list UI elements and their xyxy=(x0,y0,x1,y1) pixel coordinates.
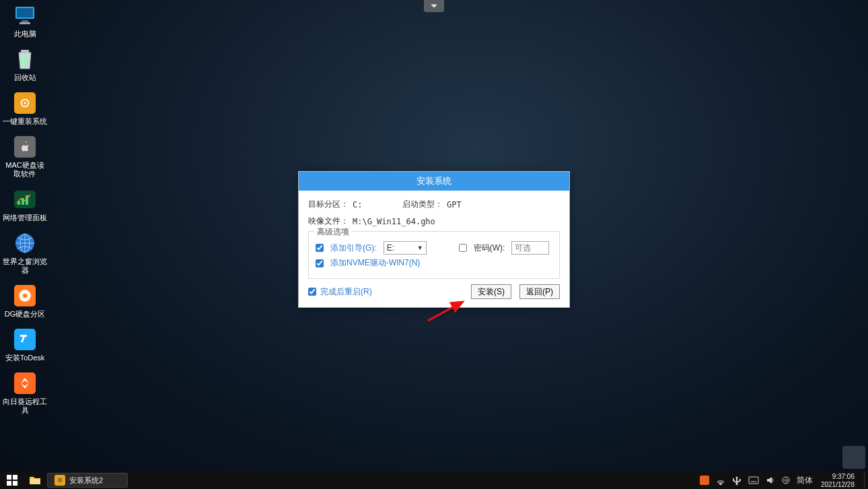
advanced-legend: 高级选项 xyxy=(314,226,352,238)
todesk-icon xyxy=(13,328,36,351)
install-system-dialog: 安装系统 目标分区： C: 启动类型： GPT 映像文件： M:\G_Win11… xyxy=(298,171,570,308)
svg-rect-6 xyxy=(24,55,26,66)
desktop-icon-label: 此电脑 xyxy=(14,30,36,38)
boot-type-value: GPT xyxy=(447,200,462,209)
this-pc-icon xyxy=(13,4,36,27)
taskbar: ⚙ 安装系统2 中 简体 9:37:06 2021/12/28 xyxy=(0,471,868,489)
apple-icon xyxy=(13,135,36,158)
install-button[interactable]: 安装(S) xyxy=(471,284,511,299)
back-button[interactable]: 返回(P) xyxy=(519,284,560,299)
show-desktop-button[interactable] xyxy=(864,471,868,489)
desktop-icon-recycle-bin[interactable]: 回收站 xyxy=(3,48,47,82)
desktop-icon-dg-partition[interactable]: DG硬盘分区 xyxy=(3,284,47,319)
svg-point-16 xyxy=(23,294,27,298)
task-app-icon: ⚙ xyxy=(55,475,65,486)
svg-point-9 xyxy=(24,102,26,104)
start-button[interactable] xyxy=(0,471,24,489)
svg-rect-24 xyxy=(749,477,758,484)
desktop-icon-one-key-install[interactable]: 一键重装系统 xyxy=(3,92,47,126)
file-explorer-button[interactable] xyxy=(24,471,46,489)
svg-point-23 xyxy=(720,484,721,485)
svg-rect-3 xyxy=(20,22,30,24)
svg-rect-18 xyxy=(7,475,11,480)
svg-rect-20 xyxy=(7,481,11,486)
windows-logo-icon xyxy=(7,475,17,486)
task-item-install-system[interactable]: ⚙ 安装系统2 xyxy=(47,473,128,488)
target-partition-label: 目标分区： xyxy=(308,199,349,210)
desktop-icon-label: 安装ToDesk xyxy=(5,354,45,362)
desktop-icon-label: 世界之窗浏览 器 xyxy=(3,257,47,275)
dialog-title[interactable]: 安装系统 xyxy=(299,172,569,191)
desktop-icon-todesk[interactable]: 安装ToDesk xyxy=(3,328,47,362)
boot-drive-select[interactable]: E: ▼ xyxy=(384,241,427,255)
svg-rect-7 xyxy=(27,55,28,66)
password-input[interactable] xyxy=(511,241,549,255)
boot-drive-value: E: xyxy=(387,243,394,253)
tray-keyboard-icon[interactable] xyxy=(748,476,759,484)
reboot-label[interactable]: 完成后重启(R) xyxy=(320,286,372,298)
desktop-icon-net-admin[interactable]: 网络管理面板 xyxy=(3,188,47,222)
svg-rect-22 xyxy=(30,479,40,484)
tray-time: 9:37:06 xyxy=(821,473,855,481)
boot-type-label: 启动类型： xyxy=(402,199,443,210)
desktop-icon-world-browser[interactable]: 世界之窗浏览 器 xyxy=(3,232,47,275)
target-partition-value: C: xyxy=(353,200,362,209)
svg-rect-5 xyxy=(22,55,23,66)
tray-volume-icon[interactable] xyxy=(766,476,775,485)
desktop-icon-mac-disk[interactable]: MAC硬盘读 取软件 xyxy=(3,135,47,178)
tray-ime-state[interactable]: 中 xyxy=(782,476,790,484)
floating-panel[interactable] xyxy=(842,446,865,469)
dialog-body: 目标分区： C: 启动类型： GPT 映像文件： M:\G_Win11_64.g… xyxy=(299,191,569,280)
caret-down-icon: ▼ xyxy=(417,244,423,251)
dialog-footer: 完成后重启(R) 安装(S) 返回(P) xyxy=(299,280,569,307)
task-item-label: 安装系统2 xyxy=(69,476,103,486)
folder-icon xyxy=(29,475,41,486)
desktop-icon-label: 向日葵远程工 具 xyxy=(3,397,47,415)
desktop-icons: 此电脑 回收站 一键重装系统 MAC硬盘读 取软件 网络管理面板 xyxy=(3,4,50,424)
tray-ime-label[interactable]: 简体 xyxy=(797,475,813,486)
tray-date: 2021/12/28 xyxy=(821,481,855,489)
tray-clock[interactable]: 9:37:06 2021/12/28 xyxy=(820,472,859,489)
password-checkbox[interactable] xyxy=(459,244,467,252)
desktop-icon-label: 网络管理面板 xyxy=(3,214,47,222)
system-tray: 中 简体 9:37:06 2021/12/28 xyxy=(694,471,864,489)
image-file-value: M:\G_Win11_64.gho xyxy=(353,217,435,226)
gear-box-icon xyxy=(13,92,36,115)
disk-icon xyxy=(13,284,36,307)
tray-usb-icon[interactable] xyxy=(732,476,742,485)
desktop-icon-label: 一键重装系统 xyxy=(3,117,47,126)
desktop-icon-label: MAC硬盘读 取软件 xyxy=(5,161,44,178)
top-panel-toggle[interactable] xyxy=(424,0,444,12)
chevron-down-icon xyxy=(430,2,438,10)
desktop-icon-label: 回收站 xyxy=(14,73,36,82)
globe-icon xyxy=(13,232,36,255)
add-boot-label[interactable]: 添加引导(G): xyxy=(330,242,377,254)
tray-network-icon[interactable] xyxy=(716,476,725,485)
password-label[interactable]: 密码(W): xyxy=(474,242,505,254)
svg-text:中: 中 xyxy=(783,478,788,483)
desktop-icon-sunflower[interactable]: 向日葵远程工 具 xyxy=(3,372,47,415)
svg-rect-4 xyxy=(21,50,29,53)
add-boot-checkbox[interactable] xyxy=(316,244,324,252)
recycle-bin-icon xyxy=(13,48,36,71)
svg-rect-1 xyxy=(17,8,33,18)
desktop-icon-this-pc[interactable]: 此电脑 xyxy=(3,4,47,38)
chart-panel-icon xyxy=(13,188,36,211)
svg-rect-2 xyxy=(22,20,28,22)
sunflower-icon xyxy=(13,372,36,395)
advanced-options-fieldset: 高级选项 添加引导(G): E: ▼ 密码(W): 添加NVME驱动-WIN7(… xyxy=(308,231,560,279)
nvme-checkbox[interactable] xyxy=(316,259,324,267)
svg-rect-21 xyxy=(13,481,17,486)
reboot-checkbox[interactable] xyxy=(308,288,316,296)
tray-app-icon[interactable] xyxy=(700,476,709,485)
nvme-label[interactable]: 添加NVME驱动-WIN7(N) xyxy=(330,257,420,269)
svg-rect-19 xyxy=(13,475,17,480)
image-file-label: 映像文件： xyxy=(308,216,349,227)
desktop-icon-label: DG硬盘分区 xyxy=(5,310,46,319)
